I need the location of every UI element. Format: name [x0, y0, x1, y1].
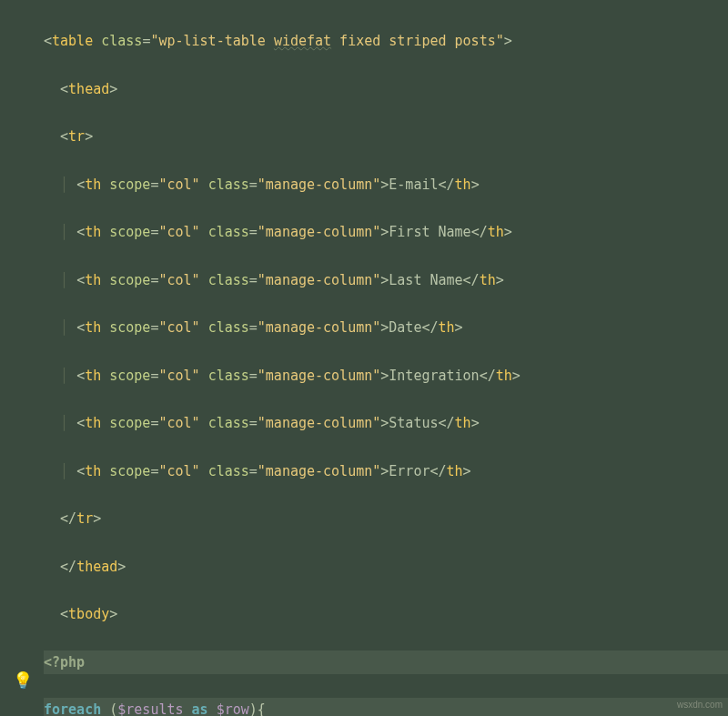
code-line[interactable]: │ <th scope="col" class="manage-column">…: [44, 268, 728, 292]
code-line[interactable]: │ <th scope="col" class="manage-column">…: [44, 173, 728, 197]
code-line[interactable]: <tr>: [44, 125, 728, 148]
code-editor[interactable]: <table class="wp-list-table widefat fixe…: [0, 0, 728, 716]
code-line[interactable]: foreach ($results as $row){: [44, 698, 728, 716]
code-line[interactable]: │ <th scope="col" class="manage-column">…: [44, 220, 728, 244]
code-line[interactable]: </thead>: [44, 555, 728, 579]
code-line[interactable]: │ <th scope="col" class="manage-column">…: [44, 459, 728, 483]
code-line[interactable]: │ <th scope="col" class="manage-column">…: [44, 364, 728, 388]
code-line[interactable]: <table class="wp-list-table widefat fixe…: [44, 29, 728, 53]
code-line[interactable]: <?php: [44, 650, 728, 674]
code-line[interactable]: │ <th scope="col" class="manage-column">…: [44, 411, 728, 435]
code-line[interactable]: </tr>: [44, 507, 728, 530]
code-line[interactable]: │ <th scope="col" class="manage-column">…: [44, 316, 728, 339]
code-line[interactable]: <thead>: [44, 77, 728, 101]
watermark: wsxdn.com: [677, 697, 723, 713]
code-line[interactable]: <tbody>: [44, 602, 728, 626]
